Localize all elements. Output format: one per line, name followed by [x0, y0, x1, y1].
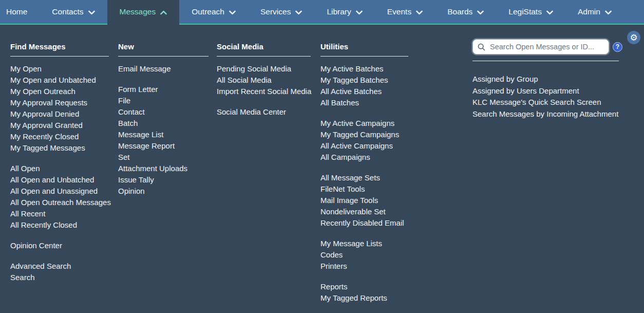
search-section-divider [472, 61, 619, 61]
menu-item-mail-image-tools[interactable]: Mail Image Tools [320, 195, 472, 206]
top-navbar: HomeContactsMessagesOutreachServicesLibr… [0, 0, 644, 25]
chevron-down-icon [229, 10, 236, 15]
menu-item-my-active-batches[interactable]: My Active Batches [320, 63, 472, 75]
menu-item-message-list[interactable]: Message List [118, 129, 217, 140]
menu-item-all-batches[interactable]: All Batches [320, 97, 472, 108]
menu-item-issue-tally[interactable]: Issue Tally [118, 174, 217, 186]
nav-item-outreach[interactable]: Outreach [179, 0, 248, 24]
menu-group: All OpenAll Open and UnbatchedAll Open a… [10, 163, 118, 231]
quick-link-assigned-by-group[interactable]: Assigned by Group [472, 73, 634, 85]
menu-item-contact[interactable]: Contact [118, 106, 217, 118]
menu-item-opinion-center[interactable]: Opinion Center [10, 240, 118, 251]
menu-item-all-recently-closed[interactable]: All Recently Closed [10, 219, 118, 231]
menu-item-search[interactable]: Search [10, 272, 118, 283]
nav-item-label: Library [327, 7, 351, 16]
menu-item-nondeliverable-set[interactable]: Nondeliverable Set [320, 206, 472, 217]
menu-columns: Find MessagesMy OpenMy Open and Unbatche… [10, 42, 472, 313]
nav-item-contacts[interactable]: Contacts [40, 0, 107, 24]
menu-item-all-message-sets[interactable]: All Message Sets [320, 172, 472, 183]
menu-item-recently-disabled-email[interactable]: Recently Disabled Email [320, 217, 472, 229]
menu-item-pending-social-media[interactable]: Pending Social Media [217, 63, 320, 75]
messages-mega-menu: Find MessagesMy OpenMy Open and Unbatche… [0, 25, 644, 313]
nav-item-label: Messages [120, 7, 156, 16]
nav-item-services[interactable]: Services [248, 0, 314, 24]
menu-item-my-message-lists[interactable]: My Message Lists [320, 238, 472, 249]
menu-item-all-active-batches[interactable]: All Active Batches [320, 86, 472, 97]
menu-group: Opinion Center [10, 240, 118, 251]
search-input[interactable] [489, 42, 604, 51]
nav-item-events[interactable]: Events [375, 0, 435, 24]
menu-item-import-recent-social-media[interactable]: Import Recent Social Media [217, 86, 320, 97]
menu-item-all-open-and-unassigned[interactable]: All Open and Unassigned [10, 186, 118, 197]
menu-item-file[interactable]: File [118, 95, 217, 106]
nav-item-legistats[interactable]: LegiStats [496, 0, 565, 24]
menu-group: My Active CampaignsMy Tagged CampaignsAl… [320, 118, 472, 163]
menu-item-all-recent[interactable]: All Recent [10, 208, 118, 219]
chevron-down-icon [356, 10, 363, 15]
chevron-down-icon [88, 10, 95, 15]
menu-item-set[interactable]: Set [118, 152, 217, 163]
chevron-down-icon [605, 10, 612, 15]
chevron-down-icon [546, 10, 553, 15]
quick-link-klc-message-s-quick-search-screen[interactable]: KLC Message's Quick Search Screen [472, 97, 634, 108]
menu-group: Advanced SearchSearch [10, 261, 118, 283]
nav-item-label: Contacts [52, 7, 83, 16]
menu-item-my-approval-requests[interactable]: My Approval Requests [10, 97, 118, 108]
column-title-new: New [118, 42, 209, 57]
menu-item-all-open-outreach-messages[interactable]: All Open Outreach Messages [10, 197, 118, 208]
menu-group: My OpenMy Open and UnbatchedMy Open Outr… [10, 63, 118, 154]
quick-link-assigned-by-users-department[interactable]: Assigned by Users Department [472, 85, 634, 97]
nav-item-boards[interactable]: Boards [435, 0, 496, 24]
menu-item-my-tagged-campaigns[interactable]: My Tagged Campaigns [320, 129, 472, 140]
menu-item-all-open-and-unbatched[interactable]: All Open and Unbatched [10, 174, 118, 186]
menu-item-my-open[interactable]: My Open [10, 63, 118, 75]
menu-item-social-media-center[interactable]: Social Media Center [217, 106, 320, 118]
chevron-up-icon [160, 10, 167, 15]
menu-item-my-open-and-unbatched[interactable]: My Open and Unbatched [10, 75, 118, 86]
column-title-utilities: Utilities [320, 42, 408, 57]
help-icon[interactable]: ? [613, 42, 622, 52]
menu-column-utilities: UtilitiesMy Active BatchesMy Tagged Batc… [320, 42, 472, 313]
menu-item-all-active-campaigns[interactable]: All Active Campaigns [320, 140, 472, 152]
menu-item-email-message[interactable]: Email Message [118, 63, 217, 75]
menu-item-printers[interactable]: Printers [320, 261, 472, 272]
menu-item-advanced-search[interactable]: Advanced Search [10, 261, 118, 272]
quick-links-list: Assigned by GroupAssigned by Users Depar… [472, 73, 634, 120]
menu-item-my-tagged-reports[interactable]: My Tagged Reports [320, 292, 472, 304]
menu-item-all-open[interactable]: All Open [10, 163, 118, 174]
nav-item-label: Boards [447, 7, 472, 16]
menu-column-new: NewEmail MessageForm LetterFileContactBa… [118, 42, 217, 313]
menu-group: Social Media Center [217, 106, 320, 118]
menu-item-message-report[interactable]: Message Report [118, 140, 217, 152]
menu-item-codes[interactable]: Codes [320, 249, 472, 261]
quick-link-search-messages-by-incoming-attachment[interactable]: Search Messages by Incoming Attachment [472, 108, 634, 120]
nav-item-admin[interactable]: Admin [565, 0, 624, 24]
menu-item-batch[interactable]: Batch [118, 118, 217, 129]
nav-item-label: Events [387, 7, 411, 16]
nav-item-home[interactable]: Home [0, 0, 40, 24]
nav-item-messages[interactable]: Messages [107, 0, 180, 25]
menu-item-filenet-tools[interactable]: FileNet Tools [320, 183, 472, 195]
menu-item-attachment-uploads[interactable]: Attachment Uploads [118, 163, 217, 174]
nav-item-library[interactable]: Library [314, 0, 374, 24]
menu-item-my-approval-granted[interactable]: My Approval Granted [10, 120, 118, 131]
menu-item-my-tagged-batches[interactable]: My Tagged Batches [320, 75, 472, 86]
menu-item-opinion[interactable]: Opinion [118, 186, 217, 197]
chevron-down-icon [295, 10, 302, 15]
search-box[interactable] [472, 39, 609, 54]
menu-item-my-active-campaigns[interactable]: My Active Campaigns [320, 118, 472, 129]
menu-item-my-recently-closed[interactable]: My Recently Closed [10, 131, 118, 142]
menu-group: My Message ListsCodesPrinters [320, 238, 472, 272]
nav-item-label: Admin [578, 7, 600, 16]
gear-icon[interactable]: ⚙ [627, 31, 640, 44]
menu-item-all-social-media[interactable]: All Social Media [217, 75, 320, 86]
menu-item-form-letter[interactable]: Form Letter [118, 84, 217, 95]
chevron-down-icon [416, 10, 423, 15]
menu-item-my-open-outreach[interactable]: My Open Outreach [10, 86, 118, 97]
nav-item-label: Outreach [192, 7, 224, 16]
menu-item-my-approval-denied[interactable]: My Approval Denied [10, 108, 118, 120]
menu-item-all-campaigns[interactable]: All Campaigns [320, 152, 472, 163]
menu-item-reports[interactable]: Reports [320, 281, 472, 292]
menu-column-social-media: Social MediaPending Social MediaAll Soci… [217, 42, 320, 313]
menu-item-my-tagged-messages[interactable]: My Tagged Messages [10, 142, 118, 154]
